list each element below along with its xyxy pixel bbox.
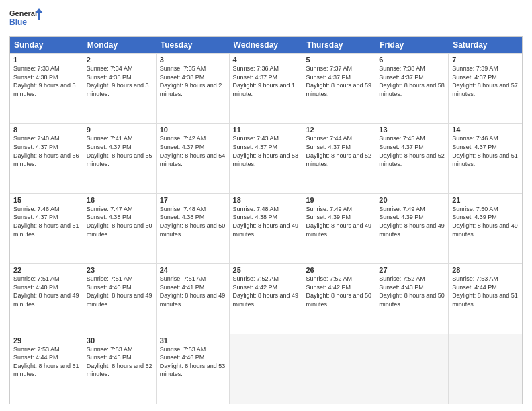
day-number: 7: [452, 56, 519, 64]
header: General Blue: [9, 7, 523, 31]
cal-cell: 31Sunrise: 7:53 AMSunset: 4:46 PMDayligh…: [157, 334, 230, 404]
header-day-saturday: Saturday: [449, 37, 522, 53]
day-number: 24: [160, 266, 226, 274]
day-number: 11: [233, 126, 299, 134]
calendar-header: SundayMondayTuesdayWednesdayThursdayFrid…: [10, 37, 522, 53]
day-info: Sunrise: 7:33 AMSunset: 4:38 PMDaylight:…: [13, 65, 76, 97]
cal-cell: 16Sunrise: 7:47 AMSunset: 4:38 PMDayligh…: [83, 194, 157, 263]
day-info: Sunrise: 7:35 AMSunset: 4:38 PMDaylight:…: [160, 65, 222, 97]
day-number: 8: [13, 126, 79, 134]
calendar: SundayMondayTuesdayWednesdayThursdayFrid…: [9, 36, 523, 404]
cal-cell: 20Sunrise: 7:49 AMSunset: 4:39 PMDayligh…: [375, 194, 449, 263]
day-number: 18: [233, 196, 299, 204]
cal-cell: 17Sunrise: 7:48 AMSunset: 4:38 PMDayligh…: [157, 194, 230, 263]
day-info: Sunrise: 7:48 AMSunset: 4:38 PMDaylight:…: [160, 205, 226, 238]
day-info: Sunrise: 7:51 AMSunset: 4:40 PMDaylight:…: [13, 275, 79, 308]
day-info: Sunrise: 7:51 AMSunset: 4:40 PMDaylight:…: [87, 275, 152, 308]
day-info: Sunrise: 7:44 AMSunset: 4:37 PMDaylight:…: [306, 135, 371, 167]
cal-cell: 12Sunrise: 7:44 AMSunset: 4:37 PMDayligh…: [302, 124, 375, 193]
day-number: 21: [452, 196, 519, 204]
day-info: Sunrise: 7:39 AMSunset: 4:37 PMDaylight:…: [452, 65, 518, 97]
day-info: Sunrise: 7:38 AMSunset: 4:37 PMDaylight:…: [379, 65, 445, 97]
week-row-3: 15Sunrise: 7:46 AMSunset: 4:37 PMDayligh…: [10, 193, 522, 263]
day-info: Sunrise: 7:52 AMSunset: 4:43 PMDaylight:…: [379, 275, 445, 308]
day-info: Sunrise: 7:40 AMSunset: 4:37 PMDaylight:…: [13, 135, 79, 167]
day-info: Sunrise: 7:52 AMSunset: 4:42 PMDaylight:…: [233, 275, 299, 308]
cal-cell: 24Sunrise: 7:51 AMSunset: 4:41 PMDayligh…: [157, 264, 230, 333]
cal-cell: [375, 334, 449, 404]
day-number: 1: [13, 56, 79, 64]
day-info: Sunrise: 7:41 AMSunset: 4:37 PMDaylight:…: [87, 135, 152, 167]
week-row-4: 22Sunrise: 7:51 AMSunset: 4:40 PMDayligh…: [10, 263, 522, 333]
day-info: Sunrise: 7:43 AMSunset: 4:37 PMDaylight:…: [233, 135, 299, 167]
day-number: 5: [306, 56, 371, 64]
cal-cell: 18Sunrise: 7:48 AMSunset: 4:38 PMDayligh…: [230, 194, 303, 263]
cal-cell: 3Sunrise: 7:35 AMSunset: 4:38 PMDaylight…: [157, 54, 230, 123]
day-info: Sunrise: 7:46 AMSunset: 4:37 PMDaylight:…: [13, 205, 79, 238]
cal-cell: 27Sunrise: 7:52 AMSunset: 4:43 PMDayligh…: [375, 264, 449, 333]
day-number: 27: [379, 266, 445, 274]
day-number: 25: [233, 266, 299, 274]
day-info: Sunrise: 7:49 AMSunset: 4:39 PMDaylight:…: [306, 205, 371, 238]
page: General Blue SundayMondayTuesdayWednesda…: [0, 0, 532, 411]
cal-cell: 11Sunrise: 7:43 AMSunset: 4:37 PMDayligh…: [230, 124, 303, 193]
day-number: 2: [87, 56, 152, 64]
cal-cell: 6Sunrise: 7:38 AMSunset: 4:37 PMDaylight…: [375, 54, 449, 123]
cal-cell: 19Sunrise: 7:49 AMSunset: 4:39 PMDayligh…: [302, 194, 375, 263]
day-info: Sunrise: 7:49 AMSunset: 4:39 PMDaylight:…: [379, 205, 445, 238]
day-number: 13: [379, 126, 445, 134]
day-number: 19: [306, 196, 371, 204]
day-info: Sunrise: 7:50 AMSunset: 4:39 PMDaylight:…: [452, 205, 518, 238]
header-day-monday: Monday: [83, 37, 157, 53]
day-number: 31: [160, 336, 226, 345]
header-day-wednesday: Wednesday: [230, 37, 303, 53]
week-row-1: 1Sunrise: 7:33 AMSunset: 4:38 PMDaylight…: [10, 53, 522, 123]
day-number: 23: [87, 266, 152, 274]
week-row-5: 29Sunrise: 7:53 AMSunset: 4:44 PMDayligh…: [10, 334, 522, 404]
day-info: Sunrise: 7:53 AMSunset: 4:45 PMDaylight:…: [87, 346, 152, 378]
cal-cell: 1Sunrise: 7:33 AMSunset: 4:38 PMDaylight…: [10, 54, 83, 123]
day-info: Sunrise: 7:36 AMSunset: 4:37 PMDaylight:…: [233, 65, 296, 97]
week-row-2: 8Sunrise: 7:40 AMSunset: 4:37 PMDaylight…: [10, 123, 522, 193]
cal-cell: 13Sunrise: 7:45 AMSunset: 4:37 PMDayligh…: [375, 124, 449, 193]
cal-cell: [302, 334, 375, 404]
day-number: 22: [13, 266, 79, 274]
header-day-sunday: Sunday: [10, 37, 83, 53]
cal-cell: 22Sunrise: 7:51 AMSunset: 4:40 PMDayligh…: [10, 264, 83, 333]
cal-cell: 23Sunrise: 7:51 AMSunset: 4:40 PMDayligh…: [83, 264, 157, 333]
day-number: 30: [87, 336, 152, 345]
cal-cell: 14Sunrise: 7:46 AMSunset: 4:37 PMDayligh…: [449, 124, 522, 193]
day-number: 12: [306, 126, 371, 134]
logo-svg: General Blue: [9, 7, 43, 31]
cal-cell: 9Sunrise: 7:41 AMSunset: 4:37 PMDaylight…: [83, 124, 157, 193]
day-number: 15: [13, 196, 79, 204]
cal-cell: 25Sunrise: 7:52 AMSunset: 4:42 PMDayligh…: [230, 264, 303, 333]
cal-cell: 30Sunrise: 7:53 AMSunset: 4:45 PMDayligh…: [83, 334, 157, 404]
cal-cell: 7Sunrise: 7:39 AMSunset: 4:37 PMDaylight…: [449, 54, 522, 123]
day-number: 29: [13, 336, 79, 345]
cal-cell: 26Sunrise: 7:52 AMSunset: 4:42 PMDayligh…: [302, 264, 375, 333]
header-day-friday: Friday: [375, 37, 449, 53]
cal-cell: 2Sunrise: 7:34 AMSunset: 4:38 PMDaylight…: [83, 54, 157, 123]
day-info: Sunrise: 7:37 AMSunset: 4:37 PMDaylight:…: [306, 65, 371, 97]
day-number: 9: [87, 126, 152, 134]
logo: General Blue: [9, 7, 43, 31]
day-info: Sunrise: 7:42 AMSunset: 4:37 PMDaylight:…: [160, 135, 226, 167]
cal-cell: 15Sunrise: 7:46 AMSunset: 4:37 PMDayligh…: [10, 194, 83, 263]
cal-cell: 10Sunrise: 7:42 AMSunset: 4:37 PMDayligh…: [157, 124, 230, 193]
cal-cell: 28Sunrise: 7:53 AMSunset: 4:44 PMDayligh…: [449, 264, 522, 333]
day-number: 28: [452, 266, 519, 274]
day-number: 16: [87, 196, 152, 204]
day-info: Sunrise: 7:45 AMSunset: 4:37 PMDaylight:…: [379, 135, 445, 167]
day-number: 6: [379, 56, 445, 64]
cal-cell: 21Sunrise: 7:50 AMSunset: 4:39 PMDayligh…: [449, 194, 522, 263]
header-day-tuesday: Tuesday: [157, 37, 230, 53]
day-number: 26: [306, 266, 371, 274]
day-info: Sunrise: 7:53 AMSunset: 4:44 PMDaylight:…: [452, 275, 518, 308]
day-number: 3: [160, 56, 226, 64]
cal-cell: [449, 334, 522, 404]
day-info: Sunrise: 7:47 AMSunset: 4:38 PMDaylight:…: [87, 205, 152, 238]
day-number: 14: [452, 126, 519, 134]
day-info: Sunrise: 7:53 AMSunset: 4:44 PMDaylight:…: [13, 346, 79, 378]
svg-text:Blue: Blue: [9, 17, 27, 27]
